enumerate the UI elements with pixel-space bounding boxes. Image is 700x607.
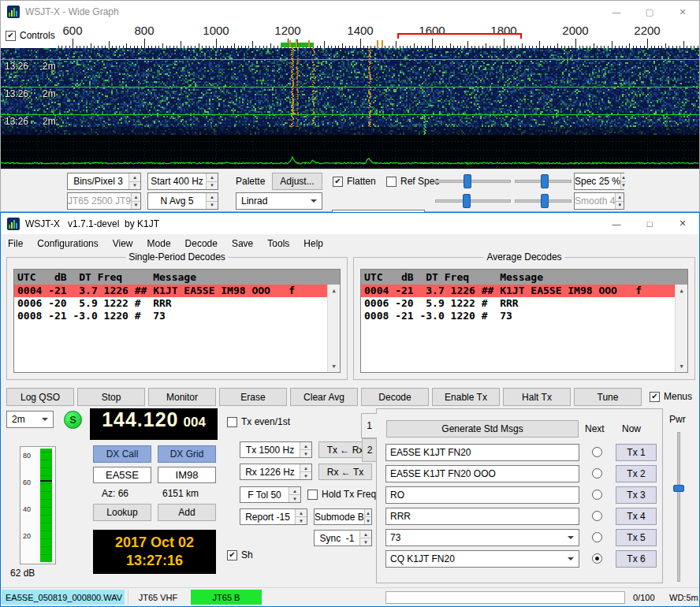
spinner-arrows[interactable]: ▲▼ [289,487,300,502]
report-spinner[interactable]: Report -15 ▲▼ [240,508,307,525]
menu-configurations[interactable]: Configurations [30,234,105,252]
flatten-checkbox[interactable]: ✔ Flatten [333,176,376,187]
tab-2[interactable]: 2 [362,438,378,462]
bins-pixel-spinner[interactable]: Bins/Pixel 3 ▲▼ [67,173,141,190]
spectrum-gain-slider[interactable] [435,192,511,210]
ref-spec-checkbox[interactable]: Ref Spec [386,176,439,187]
tx-freq-spinner[interactable]: Tx 1500 Hz ▲▼ [240,441,312,458]
minimize-icon[interactable]: — [600,1,633,23]
tx3-next-radio[interactable] [592,490,602,500]
spinner-arrows[interactable]: ▲▼ [300,464,311,479]
palette-combo[interactable]: Linrad [236,192,322,210]
tx5-next-radio[interactable] [592,532,602,542]
sh-checkbox[interactable]: ✔ Sh [227,549,253,560]
spinner-arrows[interactable]: ▲▼ [131,193,140,209]
slider-handle[interactable] [541,194,549,208]
tx3-message-field[interactable]: RO [385,486,579,504]
tx5-now-button[interactable]: Tx 5 [616,529,657,546]
halt-tx-button[interactable]: Halt Tx [503,388,571,406]
single-decodes-panel[interactable]: UTC dB DT Freq Message 0004 -21 3.7 1226… [13,269,341,373]
decode-row[interactable]: 0008 -21 -3.0 1220 # 73 [361,310,687,322]
tx6-now-button[interactable]: Tx 6 [616,550,657,568]
menu-file[interactable]: File [1,234,30,252]
slider-handle[interactable] [464,174,471,188]
tab-1[interactable]: 1 [361,413,377,438]
scroll-down-icon[interactable]: ▼ [676,360,687,372]
erase-button[interactable]: Erase [219,388,287,406]
maximize-icon[interactable]: ▢ [633,1,666,23]
jt65-jt9-split-spinner[interactable]: JT65 2500 JT9 ▲▼ [67,192,141,210]
decode-button[interactable]: Decode [361,388,429,406]
spec-percent-spinner[interactable]: Spec 25 % ▲▼ [574,173,624,190]
tx5-message-combo[interactable]: 73 [385,529,579,546]
scroll-down-icon[interactable]: ▼ [328,360,340,372]
menus-checkbox[interactable]: ✔ Menus [650,391,692,402]
controls-checkbox[interactable]: ✔ Controls [1,23,58,48]
menu-mode[interactable]: Mode [140,234,178,252]
close-icon[interactable]: ✕ [666,213,699,234]
f-tol-spinner[interactable]: F Tol 50 ▲▼ [240,486,301,503]
dx-grid-field[interactable]: IM98 [158,467,216,483]
smooth-spinner[interactable]: Smooth 4 ▲▼ [574,192,624,210]
menu-decode[interactable]: Decode [178,234,225,252]
decode-scrollbar[interactable]: ▲ ▼ [327,285,340,372]
n-avg-spinner[interactable]: N Avg 5 ▲▼ [147,192,218,210]
decode-row[interactable]: 0008 -21 -3.0 1220 # 73 [14,310,340,322]
main-titlebar[interactable]: WSJT-X v1.7.1-devel by K1JT — □ ✕ [1,213,699,234]
slider-handle[interactable] [463,194,471,208]
tx4-now-button[interactable]: Tx 4 [616,508,657,525]
spinner-arrows[interactable]: ▲▼ [620,173,626,189]
tx4-message-field[interactable]: RRR [385,508,579,525]
dx-call-button[interactable]: DX Call [93,445,151,463]
pwr-slider[interactable] [673,432,684,582]
band-combo[interactable]: 2m [6,411,54,428]
decode-row[interactable]: 0004 -21 3.7 1226 ## K1JT EA5SE IM98 OOO… [361,285,687,297]
spinner-arrows[interactable]: ▲▼ [364,509,371,524]
decode-row[interactable]: 0006 -20 5.9 1222 # RRR [361,297,687,310]
spinner-arrows[interactable]: ▲▼ [615,193,624,209]
tx3-now-button[interactable]: Tx 3 [616,486,657,504]
tx6-next-radio[interactable] [592,553,602,564]
clear-avg-button[interactable]: Clear Avg [290,388,358,406]
wide-graph-titlebar[interactable]: WSJT-X - Wide Graph — ▢ ✕ [1,1,699,23]
minimize-icon[interactable]: — [600,213,633,234]
waterfall-zero-slider[interactable] [515,173,572,190]
maximize-icon[interactable]: □ [633,213,666,234]
decode-row[interactable]: 0006 -20 5.9 1222 # RRR [14,297,340,310]
scroll-up-icon[interactable]: ▲ [328,285,340,296]
slider-handle[interactable] [541,174,549,188]
spinner-arrows[interactable]: ▲▼ [128,173,140,189]
spinner-arrows[interactable]: ▲▼ [295,509,307,524]
adjust-button[interactable]: Adjust... [272,173,322,190]
sync-spinner[interactable]: Sync -1 ▲▼ [314,530,372,546]
spinner-arrows[interactable]: ▲▼ [359,531,371,546]
waterfall-gain-slider[interactable] [435,173,511,190]
tx1-now-button[interactable]: Tx 1 [616,444,657,461]
generate-std-msgs-button[interactable]: Generate Std Msgs [386,420,579,438]
close-icon[interactable]: ✕ [666,1,699,23]
scroll-up-icon[interactable]: ▲ [676,285,687,296]
spinner-arrows[interactable]: ▲▼ [300,442,311,457]
spinner-arrows[interactable]: ▲▼ [206,173,218,189]
spectrum-zero-slider[interactable] [515,192,572,210]
enable-tx-button[interactable]: Enable Tx [432,388,500,406]
monitor-button[interactable]: Monitor [148,388,216,406]
tx1-message-field[interactable]: EA5SE K1JT FN20 [385,444,579,461]
decode-row[interactable]: 0004 -21 3.7 1226 ## K1JT EA5SE IM98 OOO… [14,285,340,297]
log-qso-button[interactable]: Log QSO [6,388,74,406]
menu-save[interactable]: Save [225,234,260,252]
tx1-next-radio[interactable] [592,447,602,457]
waterfall-display[interactable]: 13:262m 13:262m 13:262m [1,48,699,135]
tx4-next-radio[interactable] [592,511,602,521]
tune-button[interactable]: Tune [574,388,642,406]
add-button[interactable]: Add [158,504,216,521]
slider-handle[interactable] [673,485,684,492]
average-decodes-panel[interactable]: UTC dB DT Freq Message 0004 -21 3.7 1226… [360,269,688,373]
submode-spinner[interactable]: Submode B ▲▼ [314,508,372,525]
menu-view[interactable]: View [106,234,140,252]
tx6-message-combo[interactable]: CQ K1JT FN20 [385,550,579,568]
tx2-message-field[interactable]: EA5SE K1JT FN20 OOO [385,465,579,482]
tx-even-checkbox[interactable]: Tx even/1st [227,416,290,427]
dx-call-field[interactable]: EA5SE [93,467,151,483]
start-freq-spinner[interactable]: Start 400 Hz ▲▼ [147,173,218,190]
